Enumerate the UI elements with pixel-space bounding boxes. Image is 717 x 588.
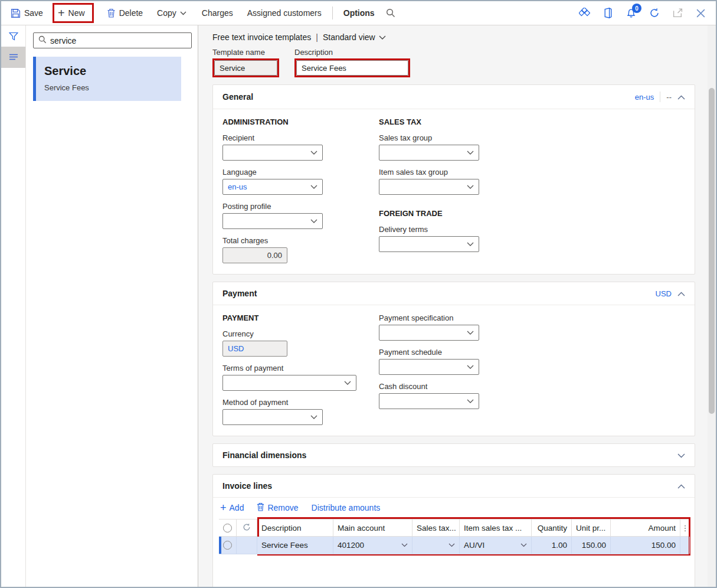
invoice-lines-header[interactable]: Invoice lines — [213, 475, 695, 497]
show-list-icon[interactable] — [1, 47, 25, 68]
total-charges-value: 0.00 — [267, 251, 282, 260]
sync-column — [237, 520, 257, 536]
breadcrumb: Free text invoice templates | Standard v… — [212, 32, 695, 42]
remove-line-button[interactable]: Remove — [257, 502, 298, 513]
column-header-unit-price[interactable]: Unit pr... — [572, 520, 611, 536]
payment-specification-dropdown[interactable] — [379, 325, 479, 341]
recipient-dropdown[interactable] — [222, 145, 323, 161]
cell-unit-price[interactable]: 150.00 — [572, 537, 611, 554]
invoice-lines-title: Invoice lines — [222, 481, 272, 491]
cell-main-account[interactable]: 401200 — [333, 537, 412, 554]
column-header-main-account[interactable]: Main account — [333, 520, 412, 536]
chevron-down-icon — [467, 365, 474, 370]
app-window: Save + New Delete Copy Charges — [0, 0, 717, 588]
chevron-down-icon — [401, 543, 408, 547]
grid-empty-area — [213, 554, 695, 587]
template-name-field-group: Template name — [212, 48, 279, 77]
general-dash-indicator: -- — [666, 93, 672, 102]
vertical-scrollbar[interactable] — [708, 25, 716, 587]
payment-schedule-label: Payment schedule — [379, 348, 556, 357]
toolbar-divider — [332, 6, 333, 19]
description-input[interactable] — [296, 60, 408, 76]
list-item-service[interactable]: Service Service Fees — [33, 57, 181, 101]
options-menu-button[interactable]: Options — [339, 5, 379, 21]
invoice-line-row[interactable]: Service Fees 401200 — [219, 537, 689, 554]
sales-tax-heading: SALES TAX — [379, 117, 556, 126]
open-in-new-window-icon[interactable] — [670, 5, 686, 21]
column-header-quantity[interactable]: Quantity — [532, 520, 572, 536]
language-label: Language — [222, 168, 379, 177]
charges-button[interactable]: Charges — [197, 5, 238, 21]
payment-section-header[interactable]: Payment USD — [213, 282, 695, 305]
chevron-down-icon — [467, 399, 474, 404]
search-icon[interactable] — [383, 5, 398, 21]
recipient-label: Recipient — [222, 133, 379, 142]
terms-of-payment-dropdown[interactable] — [222, 375, 356, 391]
column-header-item-sales-tax[interactable]: Item sales tax ... — [460, 520, 532, 536]
financial-dimensions-title: Financial dimensions — [222, 450, 306, 460]
close-icon[interactable] — [693, 5, 709, 21]
column-header-sales-tax[interactable]: Sales tax... — [412, 520, 460, 536]
view-name: Standard view — [323, 32, 375, 42]
list-view-strip — [1, 25, 26, 587]
trash-icon — [257, 502, 264, 513]
template-name-input[interactable] — [214, 60, 277, 76]
list-search-input[interactable] — [50, 36, 186, 45]
select-all-column[interactable] — [219, 520, 237, 536]
cell-quantity[interactable]: 1.00 — [532, 537, 572, 554]
new-button[interactable]: + New — [57, 6, 86, 20]
terms-of-payment-label: Terms of payment — [222, 364, 379, 373]
action-pane-toolbar: Save + New Delete Copy Charges — [1, 1, 716, 25]
language-dropdown[interactable]: en-us — [222, 179, 323, 195]
cell-amount[interactable]: 150.00 — [611, 537, 680, 554]
delivery-terms-dropdown[interactable] — [379, 236, 479, 252]
chevron-down-icon — [310, 219, 317, 224]
cell-description[interactable]: Service Fees — [257, 537, 333, 554]
breadcrumb-separator: | — [316, 32, 318, 42]
refresh-icon[interactable] — [646, 5, 663, 21]
main-content: Free text invoice templates | Standard v… — [198, 25, 716, 587]
distribute-amounts-button[interactable]: Distribute amounts — [312, 503, 381, 512]
scrollbar-thumb[interactable] — [709, 88, 715, 414]
method-of-payment-dropdown[interactable] — [222, 409, 323, 425]
list-item-title: Service — [44, 64, 173, 78]
notifications-bell-icon[interactable]: 0 — [623, 5, 639, 21]
description-label: Description — [294, 48, 410, 57]
add-line-button[interactable]: + Add — [220, 503, 244, 512]
sales-tax-group-dropdown[interactable] — [379, 145, 479, 161]
chevron-up-icon — [677, 289, 685, 298]
chevron-up-icon — [677, 482, 685, 491]
copy-label: Copy — [157, 8, 176, 18]
payment-schedule-dropdown[interactable] — [379, 359, 479, 375]
general-section-header[interactable]: General en-us -- — [213, 85, 695, 109]
grid-options-button[interactable]: ⋮ — [680, 520, 690, 536]
row-menu-cell — [680, 537, 690, 554]
annotation-box-new: + New — [53, 3, 94, 23]
row-select-radio[interactable] — [219, 537, 237, 554]
language-value: en-us — [228, 182, 247, 191]
view-switcher[interactable]: Standard view — [323, 32, 386, 42]
column-header-amount[interactable]: Amount — [611, 520, 680, 536]
chevron-down-icon — [180, 11, 186, 15]
app-switcher-icon[interactable] — [576, 5, 593, 22]
sync-icon — [243, 523, 251, 533]
item-sales-tax-group-dropdown[interactable] — [379, 179, 479, 195]
delete-button[interactable]: Delete — [102, 5, 148, 21]
cell-sales-tax[interactable] — [412, 537, 460, 554]
posting-profile-dropdown[interactable] — [222, 213, 323, 229]
assigned-customers-button[interactable]: Assigned customers — [243, 5, 326, 21]
office-apps-icon[interactable] — [600, 5, 616, 21]
save-button[interactable]: Save — [6, 5, 48, 22]
cash-discount-dropdown[interactable] — [379, 393, 479, 409]
filter-icon[interactable] — [1, 25, 25, 47]
main-account-value: 401200 — [338, 541, 364, 550]
financial-dimensions-header[interactable]: Financial dimensions — [213, 444, 695, 466]
cell-item-sales-tax[interactable]: AU/VI — [460, 537, 532, 554]
invoice-lines-section: Invoice lines + Add — [212, 474, 695, 587]
template-name-label: Template name — [212, 48, 279, 57]
copy-menu-button[interactable]: Copy — [152, 5, 191, 21]
assigned-customers-label: Assigned customers — [247, 8, 322, 18]
chevron-down-icon — [467, 242, 474, 247]
column-header-description[interactable]: Description — [257, 520, 333, 536]
currency-field: USD — [222, 341, 287, 357]
